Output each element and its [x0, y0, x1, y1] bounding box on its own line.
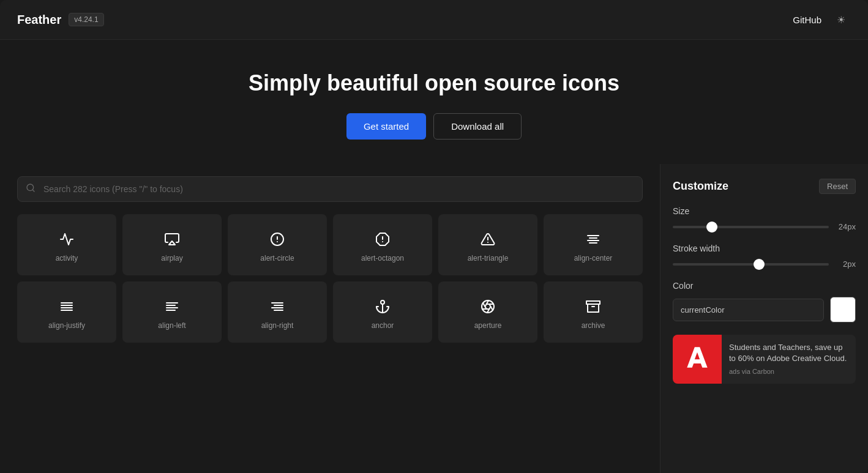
- icon-label-alert-octagon: alert-octagon: [361, 254, 404, 263]
- icons-grid: activity airplay alert-circle: [17, 214, 643, 343]
- icon-label-anchor: anchor: [372, 321, 394, 330]
- stroke-label: Stroke width: [673, 244, 856, 253]
- color-control: Color: [673, 281, 856, 322]
- stroke-value: 2px: [836, 259, 856, 269]
- size-slider[interactable]: [673, 226, 829, 228]
- hero-section: Simply beautiful open source icons Get s…: [0, 40, 868, 164]
- alert-octagon-icon: [375, 232, 390, 247]
- stroke-row: 2px: [673, 259, 856, 269]
- color-swatch[interactable]: [830, 297, 856, 322]
- size-value: 24px: [836, 222, 856, 231]
- size-control: Size 24px: [673, 206, 856, 231]
- icon-label-align-left: align-left: [158, 321, 185, 330]
- icon-label-airplay: airplay: [161, 254, 182, 263]
- alert-triangle-icon: [481, 232, 495, 247]
- icon-card-align-justify[interactable]: align-justify: [17, 281, 116, 343]
- color-label: Color: [673, 281, 856, 291]
- icon-label-aperture: aperture: [474, 321, 502, 330]
- icon-label-archive: archive: [582, 321, 605, 330]
- github-link[interactable]: GitHub: [793, 15, 821, 25]
- get-started-button[interactable]: Get started: [346, 113, 426, 140]
- align-justify-icon: [59, 299, 74, 314]
- icon-label-alert-circle: alert-circle: [260, 254, 294, 263]
- download-all-button[interactable]: Download all: [433, 113, 522, 140]
- icon-label-align-justify: align-justify: [48, 321, 85, 330]
- icon-label-align-right: align-right: [261, 321, 294, 330]
- stroke-slider[interactable]: [673, 263, 829, 266]
- aperture-icon: [481, 299, 495, 314]
- theme-toggle[interactable]: ☀: [831, 10, 851, 29]
- color-row: [673, 297, 856, 322]
- align-left-icon: [165, 299, 179, 314]
- alert-circle-icon: [270, 232, 285, 247]
- icon-card-archive[interactable]: archive: [544, 281, 643, 343]
- icon-label-alert-triangle: alert-triangle: [468, 254, 509, 263]
- archive-icon: [586, 299, 600, 314]
- icon-card-aperture[interactable]: aperture: [438, 281, 537, 343]
- ad-card[interactable]: Students and Teachers, save up to 60% on…: [673, 335, 856, 384]
- search-icon: [26, 183, 36, 195]
- size-row: 24px: [673, 222, 856, 231]
- header-left: Feather v4.24.1: [17, 13, 104, 27]
- brand-name: Feather: [17, 13, 61, 27]
- icon-card-align-center[interactable]: align-center: [544, 214, 643, 275]
- hero-title: Simply beautiful open source icons: [249, 70, 619, 96]
- header: Feather v4.24.1 GitHub ☀: [0, 0, 868, 40]
- icon-card-alert-circle[interactable]: alert-circle: [228, 214, 327, 275]
- hero-buttons: Get started Download all: [346, 113, 522, 140]
- airplay-icon: [165, 232, 179, 247]
- ad-image: [673, 335, 722, 384]
- reset-button[interactable]: Reset: [819, 179, 856, 194]
- header-right: GitHub ☀: [793, 10, 851, 29]
- icon-card-anchor[interactable]: anchor: [333, 281, 432, 343]
- svg-marker-2: [169, 241, 175, 245]
- search-input[interactable]: [17, 176, 643, 202]
- anchor-icon: [375, 299, 390, 314]
- svg-rect-36: [586, 301, 600, 304]
- align-right-icon: [270, 299, 285, 314]
- ad-via: ads via Carbon: [729, 368, 848, 375]
- size-label: Size: [673, 206, 856, 216]
- color-text-input[interactable]: [673, 299, 824, 321]
- icon-card-align-right[interactable]: align-right: [228, 281, 327, 343]
- ad-content: Students and Teachers, save up to 60% on…: [722, 335, 856, 384]
- svg-line-1: [32, 190, 34, 192]
- adobe-logo-icon: [685, 345, 709, 374]
- main-container: activity airplay alert-circle: [0, 164, 868, 473]
- version-badge: v4.24.1: [69, 13, 103, 26]
- icon-card-activity[interactable]: activity: [17, 214, 116, 275]
- icon-label-activity: activity: [56, 254, 78, 263]
- icon-label-align-center: align-center: [574, 254, 613, 263]
- icon-card-airplay[interactable]: airplay: [122, 214, 222, 275]
- search-container: [17, 176, 643, 202]
- icon-card-alert-triangle[interactable]: alert-triangle: [438, 214, 537, 275]
- icons-panel: activity airplay alert-circle: [0, 164, 660, 473]
- ad-text: Students and Teachers, save up to 60% on…: [729, 342, 848, 364]
- customize-header: Customize Reset: [673, 179, 856, 194]
- align-center-icon: [586, 232, 600, 247]
- icon-card-align-left[interactable]: align-left: [122, 281, 222, 343]
- stroke-control: Stroke width 2px: [673, 244, 856, 269]
- customize-title: Customize: [673, 180, 728, 193]
- icon-card-alert-octagon[interactable]: alert-octagon: [333, 214, 432, 275]
- sidebar: Customize Reset Size 24px Stroke width 2…: [660, 164, 868, 473]
- activity-icon: [59, 232, 74, 247]
